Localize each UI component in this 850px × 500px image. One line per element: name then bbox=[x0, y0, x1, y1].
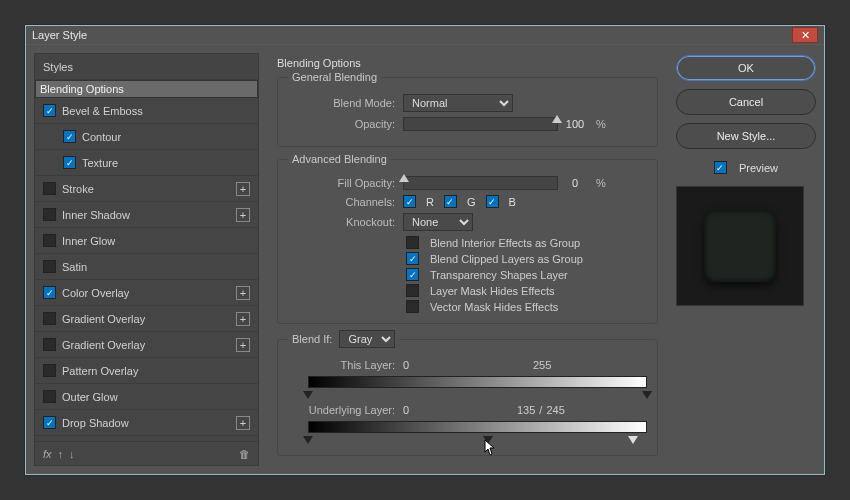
checkbox-icon[interactable] bbox=[43, 312, 56, 325]
styles-item-7[interactable]: Satin bbox=[35, 254, 258, 280]
channel-b[interactable]: ✓B bbox=[486, 195, 516, 208]
general-blending-group: General Blending Blend Mode: Normal Opac… bbox=[277, 71, 658, 147]
blend-if-group: Blend If: Gray This Layer: 0255 Underlyi… bbox=[277, 330, 658, 456]
buttons-panel: OK Cancel New Style... ✓Preview bbox=[676, 53, 816, 466]
checkbox-icon[interactable] bbox=[43, 182, 56, 195]
knockout-select[interactable]: None bbox=[403, 213, 473, 231]
opacity-value[interactable]: 100 bbox=[558, 118, 592, 130]
opt-layermask[interactable]: Layer Mask Hides Effects bbox=[406, 284, 647, 297]
styles-footer: fx ↑ ↓ 🗑 bbox=[35, 441, 258, 465]
styles-item-5[interactable]: Inner Shadow+ bbox=[35, 202, 258, 228]
styles-item-label: Blending Options bbox=[40, 83, 124, 95]
blend-if-channel-select[interactable]: Gray bbox=[339, 330, 395, 348]
styles-item-label: Inner Shadow bbox=[62, 209, 130, 221]
checkbox-icon[interactable] bbox=[43, 234, 56, 247]
opacity-slider[interactable] bbox=[403, 117, 558, 131]
trash-icon[interactable]: 🗑 bbox=[239, 448, 250, 460]
styles-item-label: Color Overlay bbox=[62, 287, 129, 299]
advanced-blending-group: Advanced Blending Fill Opacity: 0 % Chan… bbox=[277, 153, 658, 324]
new-style-button[interactable]: New Style... bbox=[676, 123, 816, 149]
add-icon[interactable]: + bbox=[236, 338, 250, 352]
blend-mode-label: Blend Mode: bbox=[288, 97, 403, 109]
general-legend: General Blending bbox=[288, 71, 381, 83]
channels-label: Channels: bbox=[288, 196, 403, 208]
preview-swatch bbox=[704, 210, 776, 282]
styles-item-label: Drop Shadow bbox=[62, 417, 129, 429]
add-icon[interactable]: + bbox=[236, 286, 250, 300]
opt-interior[interactable]: Blend Interior Effects as Group bbox=[406, 236, 647, 249]
blend-mode-select[interactable]: Normal bbox=[403, 94, 513, 112]
checkbox-icon[interactable]: ✓ bbox=[63, 156, 76, 169]
dialog-title: Layer Style bbox=[32, 29, 792, 41]
underlying-gradient[interactable] bbox=[308, 421, 647, 433]
this-layer-gradient[interactable] bbox=[308, 376, 647, 388]
layer-style-dialog: Layer Style ✕ Styles Blending Options✓Be… bbox=[25, 25, 825, 475]
fill-opacity-slider[interactable] bbox=[403, 176, 558, 190]
styles-item-8[interactable]: ✓Color Overlay+ bbox=[35, 280, 258, 306]
ok-button[interactable]: OK bbox=[676, 55, 816, 81]
arrow-down-icon[interactable]: ↓ bbox=[69, 448, 75, 460]
advanced-legend: Advanced Blending bbox=[288, 153, 391, 165]
preview-toggle[interactable]: ✓Preview bbox=[676, 161, 816, 174]
styles-item-13[interactable]: ✓Drop Shadow+ bbox=[35, 410, 258, 436]
channel-r[interactable]: ✓R bbox=[403, 195, 434, 208]
add-icon[interactable]: + bbox=[236, 182, 250, 196]
this-layer-label: This Layer: bbox=[288, 359, 403, 371]
preview-thumbnail bbox=[676, 186, 804, 306]
styles-item-label: Pattern Overlay bbox=[62, 365, 138, 377]
styles-item-label: Contour bbox=[82, 131, 121, 143]
styles-item-9[interactable]: Gradient Overlay+ bbox=[35, 306, 258, 332]
checkbox-icon[interactable] bbox=[43, 390, 56, 403]
styles-item-2[interactable]: ✓Contour bbox=[35, 124, 258, 150]
close-icon: ✕ bbox=[801, 29, 810, 42]
styles-item-12[interactable]: Outer Glow bbox=[35, 384, 258, 410]
opt-vectormask[interactable]: Vector Mask Hides Effects bbox=[406, 300, 647, 313]
styles-item-1[interactable]: ✓Bevel & Emboss bbox=[35, 98, 258, 124]
styles-item-label: Gradient Overlay bbox=[62, 313, 145, 325]
options-panel: Blending Options General Blending Blend … bbox=[267, 53, 668, 466]
styles-item-3[interactable]: ✓Texture bbox=[35, 150, 258, 176]
opt-clipped[interactable]: ✓Blend Clipped Layers as Group bbox=[406, 252, 647, 265]
close-button[interactable]: ✕ bbox=[792, 27, 818, 43]
knockout-label: Knockout: bbox=[288, 216, 403, 228]
checkbox-icon[interactable]: ✓ bbox=[43, 416, 56, 429]
channel-g[interactable]: ✓G bbox=[444, 195, 476, 208]
cancel-button[interactable]: Cancel bbox=[676, 89, 816, 115]
styles-item-label: Inner Glow bbox=[62, 235, 115, 247]
styles-item-label: Stroke bbox=[62, 183, 94, 195]
styles-item-11[interactable]: Pattern Overlay bbox=[35, 358, 258, 384]
styles-item-label: Bevel & Emboss bbox=[62, 105, 143, 117]
add-icon[interactable]: + bbox=[236, 208, 250, 222]
add-icon[interactable]: + bbox=[236, 416, 250, 430]
styles-item-label: Texture bbox=[82, 157, 118, 169]
opt-transparency[interactable]: ✓Transparency Shapes Layer bbox=[406, 268, 647, 281]
underlying-label: Underlying Layer: bbox=[288, 404, 403, 416]
titlebar[interactable]: Layer Style ✕ bbox=[26, 26, 824, 45]
fill-opacity-label: Fill Opacity: bbox=[288, 177, 403, 189]
styles-header[interactable]: Styles bbox=[35, 54, 258, 80]
styles-list: Blending Options✓Bevel & Emboss✓Contour✓… bbox=[35, 80, 258, 441]
styles-item-label: Satin bbox=[62, 261, 87, 273]
arrow-up-icon[interactable]: ↑ bbox=[58, 448, 64, 460]
styles-panel: Styles Blending Options✓Bevel & Emboss✓C… bbox=[34, 53, 259, 466]
add-icon[interactable]: + bbox=[236, 312, 250, 326]
fx-icon[interactable]: fx bbox=[43, 448, 52, 460]
fill-opacity-value[interactable]: 0 bbox=[558, 177, 592, 189]
section-title: Blending Options bbox=[277, 57, 658, 69]
styles-item-0[interactable]: Blending Options bbox=[35, 80, 258, 98]
checkbox-icon[interactable]: ✓ bbox=[63, 130, 76, 143]
styles-item-4[interactable]: Stroke+ bbox=[35, 176, 258, 202]
checkbox-icon[interactable] bbox=[43, 260, 56, 273]
styles-item-label: Outer Glow bbox=[62, 391, 118, 403]
checkbox-icon[interactable] bbox=[43, 338, 56, 351]
checkbox-icon[interactable] bbox=[43, 364, 56, 377]
styles-item-label: Gradient Overlay bbox=[62, 339, 145, 351]
checkbox-icon[interactable]: ✓ bbox=[43, 104, 56, 117]
checkbox-icon[interactable] bbox=[43, 208, 56, 221]
styles-item-10[interactable]: Gradient Overlay+ bbox=[35, 332, 258, 358]
opacity-label: Opacity: bbox=[288, 118, 403, 130]
checkbox-icon[interactable]: ✓ bbox=[43, 286, 56, 299]
blend-if-legend: Blend If: Gray bbox=[288, 330, 399, 348]
advanced-options: Blend Interior Effects as Group ✓Blend C… bbox=[406, 236, 647, 313]
styles-item-6[interactable]: Inner Glow bbox=[35, 228, 258, 254]
